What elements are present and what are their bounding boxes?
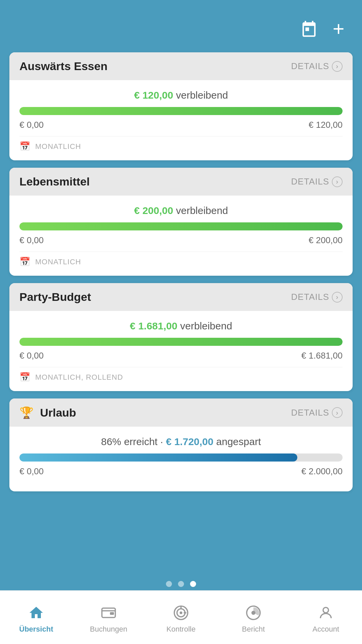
remaining-amount: € 1.681,00 bbox=[130, 320, 177, 331]
label-right: € 120,00 bbox=[309, 120, 343, 130]
details-label: DETAILS bbox=[291, 176, 329, 187]
label-left: € 0,00 bbox=[19, 120, 44, 130]
calendar-icon bbox=[300, 20, 318, 38]
label-right: € 200,00 bbox=[309, 235, 343, 246]
chart-icon bbox=[245, 605, 261, 622]
remaining-prefix: 86% erreicht · bbox=[101, 436, 166, 447]
footer-label: MONATLICH bbox=[35, 258, 81, 266]
card-header: Lebensmittel DETAILS › bbox=[9, 168, 353, 196]
progress-bar-container bbox=[19, 107, 343, 115]
details-label: DETAILS bbox=[291, 292, 329, 302]
footer-label: MONATLICH, ROLLEND bbox=[35, 373, 123, 382]
progress-bar-container bbox=[19, 338, 343, 346]
card-body: € 200,00 verbleibend € 0,00 € 200,00 📅 M… bbox=[9, 196, 353, 276]
card-title: 🏆 Urlaub bbox=[19, 406, 76, 419]
svg-point-9 bbox=[251, 611, 255, 615]
nav-label-ubersicht: Übersicht bbox=[19, 625, 53, 634]
pagination-dots bbox=[0, 575, 362, 590]
label-left: € 0,00 bbox=[19, 466, 44, 477]
card-header: Party-Budget DETAILS › bbox=[9, 283, 353, 311]
wallet-icon bbox=[101, 605, 117, 622]
card-auswarts-essen: Auswärts Essen DETAILS › € 120,00 verble… bbox=[9, 52, 353, 160]
details-arrow-icon: › bbox=[332, 407, 343, 418]
home-icon bbox=[28, 605, 44, 622]
remaining-text: € 1.681,00 verbleibend bbox=[19, 320, 343, 332]
nav-label-kontrolle: Kontrolle bbox=[167, 625, 196, 634]
nav-item-bericht[interactable]: Bericht bbox=[217, 591, 290, 644]
footer-calendar-icon: 📅 bbox=[19, 257, 31, 267]
card-footer: 📅 MONATLICH bbox=[19, 136, 343, 152]
card-body: € 120,00 verbleibend € 0,00 € 120,00 📅 M… bbox=[9, 80, 353, 160]
label-left: € 0,00 bbox=[19, 351, 44, 361]
details-arrow-icon: › bbox=[332, 61, 343, 72]
progress-labels: € 0,00 € 2.000,00 bbox=[19, 466, 343, 477]
card-header: Auswärts Essen DETAILS › bbox=[9, 52, 353, 80]
card-title: Auswärts Essen bbox=[19, 60, 108, 73]
remaining-amount: € 200,00 bbox=[134, 205, 173, 216]
label-right: € 1.681,00 bbox=[301, 351, 343, 361]
add-button[interactable]: + bbox=[328, 19, 349, 39]
svg-rect-1 bbox=[110, 612, 114, 615]
nav-item-account[interactable]: Account bbox=[290, 591, 362, 644]
card-body: € 1.681,00 verbleibend € 0,00 € 1.681,00… bbox=[9, 311, 353, 391]
card-footer: 📅 MONATLICH bbox=[19, 252, 343, 267]
details-button[interactable]: DETAILS › bbox=[291, 292, 343, 303]
header-actions: + bbox=[299, 16, 349, 39]
progress-labels: € 0,00 € 1.681,00 bbox=[19, 351, 343, 361]
card-party-budget: Party-Budget DETAILS › € 1.681,00 verble… bbox=[9, 283, 353, 391]
footer-calendar-icon: 📅 bbox=[19, 372, 31, 382]
main-content: Auswärts Essen DETAILS › € 120,00 verble… bbox=[0, 49, 362, 575]
dot-1[interactable] bbox=[178, 581, 184, 587]
progress-labels: € 0,00 € 120,00 bbox=[19, 120, 343, 130]
remaining-text: € 120,00 verbleibend bbox=[19, 90, 343, 101]
bottom-nav: Übersicht Buchungen Kontrolle Bericht Ac… bbox=[0, 590, 362, 644]
remaining-text: € 200,00 verbleibend bbox=[19, 205, 343, 216]
card-title: Party-Budget bbox=[19, 290, 91, 304]
person-icon bbox=[318, 605, 334, 622]
details-button[interactable]: DETAILS › bbox=[291, 176, 343, 187]
details-arrow-icon: › bbox=[332, 292, 343, 303]
svg-point-10 bbox=[323, 607, 328, 613]
card-title: Lebensmittel bbox=[19, 175, 90, 188]
card-title-icon: 🏆 bbox=[19, 406, 34, 419]
footer-calendar-icon: 📅 bbox=[19, 141, 31, 152]
progress-labels: € 0,00 € 200,00 bbox=[19, 235, 343, 246]
details-label: DETAILS bbox=[291, 61, 329, 71]
dot-2[interactable] bbox=[190, 581, 196, 587]
progress-bar-fill bbox=[19, 222, 343, 230]
target-icon bbox=[173, 605, 189, 622]
svg-point-5 bbox=[180, 611, 182, 614]
dot-0[interactable] bbox=[166, 581, 172, 587]
card-footer: 📅 MONATLICH, ROLLEND bbox=[19, 367, 343, 382]
details-button[interactable]: DETAILS › bbox=[291, 407, 343, 418]
plus-icon: + bbox=[333, 19, 344, 39]
nav-label-buchungen: Buchungen bbox=[90, 625, 127, 634]
remaining-amount: € 120,00 bbox=[134, 90, 173, 101]
nav-label-bericht: Bericht bbox=[242, 625, 265, 634]
progress-bar-container bbox=[19, 453, 343, 462]
progress-bar-fill bbox=[19, 453, 297, 462]
nav-item-kontrolle[interactable]: Kontrolle bbox=[145, 591, 217, 644]
progress-bar-fill bbox=[19, 107, 343, 115]
progress-bar-fill bbox=[19, 338, 343, 346]
nav-item-buchungen[interactable]: Buchungen bbox=[72, 591, 145, 644]
remaining-text: 86% erreicht · € 1.720,00 angespart bbox=[19, 436, 343, 447]
calendar-icon-button[interactable] bbox=[299, 19, 319, 39]
card-lebensmittel: Lebensmittel DETAILS › € 200,00 verbleib… bbox=[9, 168, 353, 276]
nav-label-account: Account bbox=[312, 625, 339, 634]
details-label: DETAILS bbox=[291, 408, 329, 418]
card-urlaub: 🏆 Urlaub DETAILS › 86% erreicht · € 1.72… bbox=[9, 398, 353, 491]
nav-item-ubersicht[interactable]: Übersicht bbox=[0, 591, 72, 644]
details-button[interactable]: DETAILS › bbox=[291, 61, 343, 72]
header: + bbox=[0, 0, 362, 49]
label-left: € 0,00 bbox=[19, 235, 44, 246]
progress-bar-container bbox=[19, 222, 343, 230]
label-right: € 2.000,00 bbox=[301, 466, 343, 477]
details-arrow-icon: › bbox=[332, 176, 343, 187]
remaining-amount: € 1.720,00 bbox=[166, 436, 214, 447]
footer-label: MONATLICH bbox=[35, 142, 81, 151]
card-header: 🏆 Urlaub DETAILS › bbox=[9, 398, 353, 427]
card-body: 86% erreicht · € 1.720,00 angespart € 0,… bbox=[9, 427, 353, 491]
